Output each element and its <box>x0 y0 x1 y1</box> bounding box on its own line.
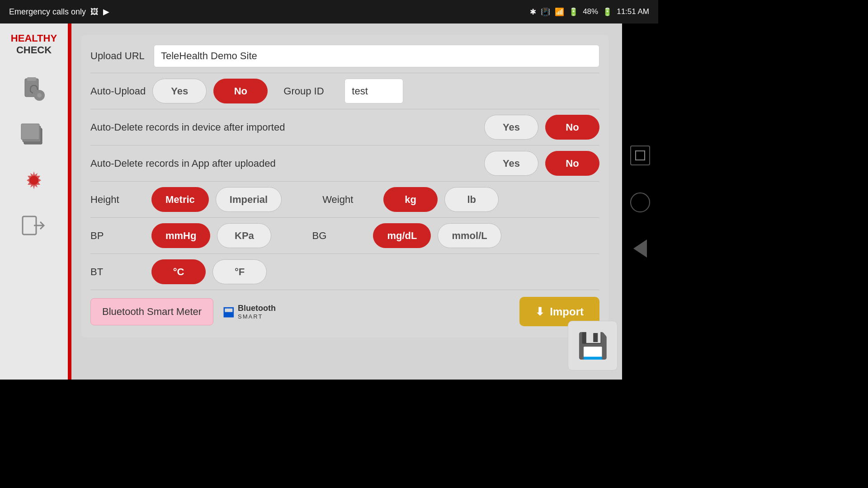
play-icon: ▶ <box>103 7 109 17</box>
upload-url-input[interactable] <box>154 45 599 67</box>
logo: HEALTHY CHECK <box>11 33 57 56</box>
sidebar-item-vitals[interactable] <box>18 74 50 106</box>
height-imperial-button[interactable]: Imperial <box>216 187 282 212</box>
screenshot-icon: 🖼 <box>90 7 99 17</box>
bp-kpa-button[interactable]: KPa <box>217 223 271 248</box>
sidebar-item-logout[interactable] <box>18 210 50 241</box>
nav-back-button[interactable] <box>633 239 647 258</box>
height-metric-button[interactable]: Metric <box>151 187 209 212</box>
bluetooth-smart-meter-button[interactable]: Bluetooth Smart Meter <box>90 298 213 325</box>
upload-url-label: Upload URL <box>90 50 145 62</box>
bp-mmhg-button[interactable]: mmHg <box>151 223 210 248</box>
bp-label: BP <box>90 230 145 242</box>
nav-circle-button[interactable] <box>630 192 650 212</box>
auto-delete-device-no-button[interactable]: No <box>545 115 599 140</box>
svg-rect-1 <box>27 77 36 81</box>
auto-delete-device-row: Auto-Delete records in device after impo… <box>90 109 599 145</box>
logo-check: CHECK <box>16 44 52 56</box>
auto-upload-row: Auto-Upload Yes No Group ID <box>90 73 599 109</box>
upload-url-row: Upload URL <box>90 39 599 73</box>
sidebar-item-settings[interactable] <box>18 164 50 196</box>
auto-upload-yes-button[interactable]: Yes <box>152 79 207 103</box>
group-id-label: Group ID <box>283 85 338 97</box>
nav-buttons <box>622 23 658 380</box>
height-weight-row: Height Metric Imperial Weight kg lb <box>90 182 599 218</box>
save-icon: 💾 <box>577 331 609 361</box>
battery-percent: 48% <box>583 7 598 16</box>
clock: 11:51 AM <box>617 7 649 16</box>
auto-delete-app-row: Auto-Delete records in App after uploade… <box>90 145 599 182</box>
bluetooth-status-icon: ✱ <box>530 7 536 17</box>
bottom-row: Bluetooth Smart Meter ⬓ Bluetooth SMART … <box>90 290 599 333</box>
wifi-icon: 📶 <box>555 7 564 17</box>
auto-delete-app-yes-button[interactable]: Yes <box>484 151 538 176</box>
sidebar: HEALTHY CHECK <box>0 23 68 380</box>
save-button[interactable]: 💾 <box>568 321 618 371</box>
bt-label: BT <box>90 266 145 278</box>
svg-rect-6 <box>21 124 39 140</box>
bp-bg-row: BP mmHg KPa BG mg/dL mmol/L <box>90 218 599 254</box>
status-bar: Emergency calls only 🖼 ▶ ✱ 📳 📶 🔋 48% 🔋 1… <box>0 0 658 23</box>
vibrate-icon: 📳 <box>541 7 550 17</box>
svg-point-3 <box>37 93 42 98</box>
auto-delete-app-no-button[interactable]: No <box>545 151 599 176</box>
bg-label: BG <box>312 230 366 242</box>
bt-fahrenheit-button[interactable]: °F <box>212 259 267 284</box>
status-left: Emergency calls only 🖼 ▶ <box>9 7 109 17</box>
battery-icon: 🔋 <box>603 7 612 17</box>
group-id-input[interactable] <box>344 79 403 103</box>
bg-mgdl-button[interactable]: mg/dL <box>373 223 431 248</box>
weight-label: Weight <box>322 194 377 206</box>
auto-delete-app-label: Auto-Delete records in App after uploade… <box>90 158 477 169</box>
status-right: ✱ 📳 📶 🔋 48% 🔋 11:51 AM <box>530 7 649 17</box>
bt-row: BT °C °F <box>90 254 599 290</box>
weight-lb-button[interactable]: lb <box>444 187 499 212</box>
sidebar-item-records[interactable] <box>18 119 50 151</box>
records-icon <box>20 122 47 149</box>
red-accent-bar <box>68 23 71 380</box>
auto-upload-no-button[interactable]: No <box>213 79 268 103</box>
bluetooth-icon: ⬓ <box>222 304 234 319</box>
bg-mmoll-button[interactable]: mmol/L <box>438 223 501 248</box>
logo-healthy: HEALTHY <box>11 33 57 44</box>
logout-icon <box>20 212 47 239</box>
height-label: Height <box>90 194 145 206</box>
auto-upload-label: Auto-Upload <box>90 85 146 97</box>
nav-square-button[interactable] <box>630 145 650 165</box>
weight-kg-button[interactable]: kg <box>383 187 438 212</box>
bt-celsius-button[interactable]: °C <box>151 259 206 284</box>
auto-delete-device-yes-button[interactable]: Yes <box>484 115 538 140</box>
import-label: Import <box>550 305 584 318</box>
status-text: Emergency calls only <box>9 7 86 17</box>
bluetooth-text: Bluetooth SMART <box>238 304 276 320</box>
vitals-icon <box>20 76 47 103</box>
battery-saver-icon: 🔋 <box>569 7 578 17</box>
settings-container: Upload URL Auto-Upload Yes No Group ID A… <box>81 35 609 338</box>
import-download-icon: ⬇ <box>535 305 544 318</box>
auto-delete-device-label: Auto-Delete records in device after impo… <box>90 122 477 133</box>
settings-icon <box>20 167 47 194</box>
main-content: Upload URL Auto-Upload Yes No Group ID A… <box>68 23 622 380</box>
bluetooth-logo: ⬓ Bluetooth SMART <box>222 304 276 320</box>
